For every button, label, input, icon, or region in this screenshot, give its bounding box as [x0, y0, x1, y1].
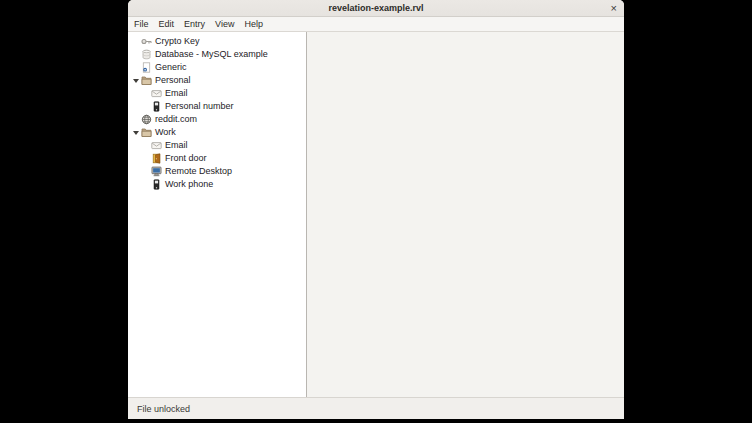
phone-icon: [151, 101, 162, 112]
tree-row[interactable]: Generic: [128, 61, 306, 74]
tree-row[interactable]: Personal: [128, 74, 306, 87]
tree-item-label: Front door: [165, 154, 207, 163]
expander-spacer: [133, 113, 141, 126]
tree-item-label: Remote Desktop: [165, 167, 232, 176]
tree-item-label: Database - MySQL example: [155, 50, 268, 59]
menu-view[interactable]: View: [210, 17, 239, 32]
tree-row[interactable]: Personal number: [128, 100, 306, 113]
tree-item-label: Email: [165, 141, 188, 150]
expander-spacer: [133, 61, 141, 74]
tree-row[interactable]: Email: [128, 139, 306, 152]
expander-spacer: [133, 35, 141, 48]
door-icon: [151, 153, 162, 164]
database-icon: [141, 49, 152, 60]
tree-row[interactable]: Work: [128, 126, 306, 139]
tree-item-label: Generic: [155, 63, 187, 72]
content-area: Crypto KeyDatabase - MySQL exampleGeneri…: [128, 32, 624, 397]
expander-icon[interactable]: [133, 126, 141, 139]
generic-icon: [141, 62, 152, 73]
menu-file[interactable]: File: [129, 17, 154, 32]
expander-spacer: [133, 48, 141, 61]
expander-spacer: [143, 152, 151, 165]
menubar: FileEditEntryViewHelp: [128, 17, 624, 32]
app-window: revelation-example.rvl × FileEditEntryVi…: [128, 0, 624, 419]
expander-spacer: [143, 178, 151, 191]
tree-item-label: Personal: [155, 76, 191, 85]
tree-item-label: Crypto Key: [155, 37, 200, 46]
expander-spacer: [143, 100, 151, 113]
tree-row[interactable]: Database - MySQL example: [128, 48, 306, 61]
folder-icon: [141, 75, 152, 86]
close-button[interactable]: ×: [611, 0, 617, 16]
menu-edit[interactable]: Edit: [154, 17, 180, 32]
expander-spacer: [143, 87, 151, 100]
phone-icon: [151, 179, 162, 190]
statusbar: File unlocked: [128, 397, 624, 419]
expander-icon[interactable]: [133, 74, 141, 87]
tree-item-label: Work phone: [165, 180, 213, 189]
tree-item-label: Email: [165, 89, 188, 98]
expander-spacer: [143, 165, 151, 178]
tree-row[interactable]: reddit.com: [128, 113, 306, 126]
tree-row[interactable]: Work phone: [128, 178, 306, 191]
folder-icon: [141, 127, 152, 138]
email-icon: [151, 88, 162, 99]
menu-entry[interactable]: Entry: [179, 17, 210, 32]
tree-row[interactable]: Crypto Key: [128, 35, 306, 48]
tree-item-label: Personal number: [165, 102, 234, 111]
tree-item-label: Work: [155, 128, 176, 137]
menu-help[interactable]: Help: [239, 17, 268, 32]
website-icon: [141, 114, 152, 125]
tree-view: Crypto KeyDatabase - MySQL exampleGeneri…: [128, 32, 307, 397]
tree-row[interactable]: Front door: [128, 152, 306, 165]
remote-desktop-icon: [151, 166, 162, 177]
status-text: File unlocked: [137, 404, 190, 414]
key-icon: [141, 36, 152, 47]
titlebar[interactable]: revelation-example.rvl ×: [128, 0, 624, 17]
tree-item-label: reddit.com: [155, 115, 197, 124]
tree-row[interactable]: Email: [128, 87, 306, 100]
entry-detail-pane: [307, 32, 624, 397]
tree-row[interactable]: Remote Desktop: [128, 165, 306, 178]
window-title: revelation-example.rvl: [328, 4, 423, 13]
expander-spacer: [143, 139, 151, 152]
email-icon: [151, 140, 162, 151]
